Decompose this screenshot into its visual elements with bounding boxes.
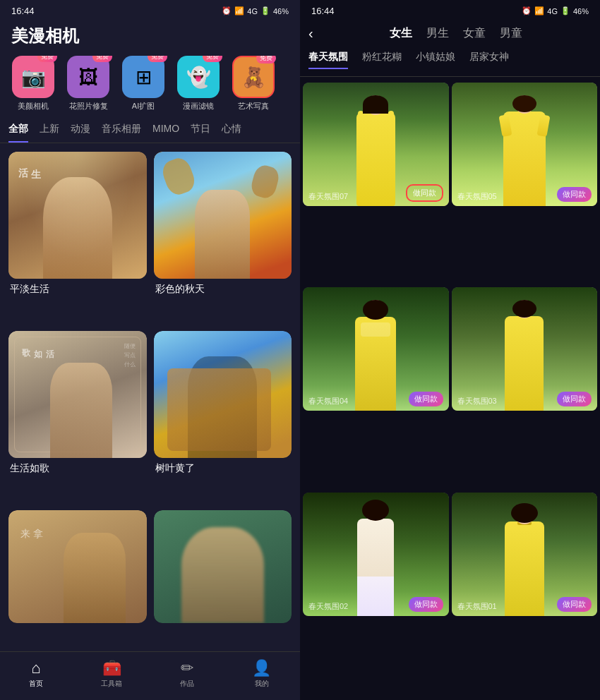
tab-all[interactable]: 全部 [8, 123, 28, 143]
right-alarm-icon: ⏰ [522, 6, 532, 16]
photo-card-01[interactable]: 春天氛围01 做同款 [452, 493, 598, 694]
card-bg-3: 活如歌 随便写点什么 [8, 331, 147, 458]
card-1-title: 平淡生活 [8, 283, 147, 296]
nav-home[interactable]: ⌂ 首页 [29, 659, 43, 689]
right-status-icons: ⏰ 📶 4G 🔋 46% [522, 6, 589, 16]
match-btn-04[interactable]: 做同款 [409, 392, 443, 406]
card-bg-1: 生活 [8, 152, 147, 279]
bottom-nav: ⌂ 首页 🧰 工具箱 ✏ 作品 👤 我的 [0, 651, 300, 700]
right-signal-icon: 📶 [534, 6, 544, 16]
card-plain-life[interactable]: 生活 平淡生活 [8, 152, 147, 324]
alarm-icon: ⏰ [222, 6, 232, 16]
card-4-title: 树叶黄了 [154, 462, 292, 475]
works-icon: ✏ [181, 659, 193, 677]
beauty-camera-label: 美颜相机 [18, 101, 49, 111]
style-tabs: 春天氛围 粉红花糊 小镇姑娘 居家女神 [300, 51, 600, 77]
photo-card-05[interactable]: 春天氛围05 做同款 [452, 83, 598, 284]
right-battery-icon: 🔋 [560, 6, 570, 16]
tab-girl-child[interactable]: 女童 [463, 23, 486, 44]
tab-holiday[interactable]: 节日 [191, 123, 210, 143]
left-panel: 16:44 ⏰ 📶 4G 🔋 46% 美漫相机 免费 📷 美颜相机 免费 🖼 花… [0, 0, 300, 700]
battery-level: 46% [273, 7, 289, 16]
style-home[interactable]: 居家女神 [469, 51, 509, 69]
match-btn-07[interactable]: 做同款 [406, 184, 443, 202]
card-2-title: 彩色的秋天 [154, 283, 292, 296]
photo-restore-label: 花照片修复 [69, 101, 108, 111]
category-tabs: 全部 上新 动漫 音乐相册 MIMO 节日 心情 [0, 123, 300, 143]
art-portrait-label: 艺术写真 [238, 101, 269, 111]
home-icon: ⌂ [31, 659, 40, 677]
photo-bg-07: 春天氛围07 做同款 [303, 83, 449, 206]
photo-label-05: 春天氛围05 [457, 191, 497, 202]
card-3-title: 生活如歌 [8, 462, 147, 475]
photo-grid: 春天氛围07 做同款 春天氛围05 做同款 [300, 77, 600, 700]
tab-boy-child[interactable]: 男童 [500, 23, 522, 44]
photo-bg-05: 春天氛围05 做同款 [452, 83, 598, 206]
ai-expand-icon: 免费 ⊞ [122, 56, 164, 98]
right-header: ‹ 女生 男生 女童 男童 [300, 19, 600, 51]
tab-mood[interactable]: 心情 [222, 123, 241, 143]
card-bg-2 [154, 152, 292, 279]
photo-bg-02: 春天氛围02 做同款 [303, 493, 449, 616]
style-spring[interactable]: 春天氛围 [308, 51, 348, 69]
photo-bg-01: 春天氛围01 做同款 [452, 493, 598, 616]
cartoon-label: 漫画滤镜 [183, 101, 214, 111]
right-battery-level: 46% [573, 7, 589, 16]
feature-beauty-camera[interactable]: 免费 📷 美颜相机 [8, 56, 58, 111]
photo-restore-icon: 免费 🖼 [67, 56, 109, 98]
card-colorful-autumn[interactable]: 彩色的秋天 [154, 152, 292, 324]
tab-female[interactable]: 女生 [390, 23, 412, 44]
card-bg-4 [154, 331, 292, 458]
nav-tools[interactable]: 🧰 工具箱 [101, 659, 122, 689]
free-badge-4: 免费 [203, 56, 222, 62]
app-title: 美漫相机 [11, 25, 289, 47]
match-btn-01[interactable]: 做同款 [557, 597, 592, 612]
free-badge-5: 免费 [256, 56, 276, 64]
style-town[interactable]: 小镇姑娘 [416, 51, 455, 69]
feature-photo-restore[interactable]: 免费 🖼 花照片修复 [64, 56, 113, 111]
photo-card-04[interactable]: 春天氛围04 做同款 [303, 287, 449, 489]
card-yellow-leaves[interactable]: 树叶黄了 [154, 331, 292, 503]
photo-card-03[interactable]: 春天氛围03 做同款 [452, 287, 598, 489]
card-partial-2[interactable] [154, 510, 292, 651]
photo-label-07: 春天氛围07 [308, 191, 348, 202]
photo-label-02: 春天氛围02 [308, 601, 348, 612]
right-time: 16:44 [311, 6, 335, 16]
nav-profile[interactable]: 👤 我的 [252, 659, 271, 689]
match-btn-03[interactable]: 做同款 [557, 392, 592, 406]
right-network-icon: 4G [547, 7, 558, 16]
free-badge: 免费 [37, 56, 57, 62]
tab-music[interactable]: 音乐相册 [102, 123, 141, 143]
cartoon-icon: 免费 👻 [177, 56, 220, 98]
nav-home-label: 首页 [29, 679, 43, 689]
photo-label-01: 春天氛围01 [457, 601, 497, 612]
tab-mimo[interactable]: MIMO [152, 123, 179, 143]
photo-card-07[interactable]: 春天氛围07 做同款 [303, 83, 449, 284]
right-status-bar: 16:44 ⏰ 📶 4G 🔋 46% [300, 0, 600, 19]
tools-icon: 🧰 [102, 659, 121, 677]
photo-card-02[interactable]: 春天氛围02 做同款 [303, 493, 449, 694]
art-portrait-icon: 免费 🧸 [232, 56, 275, 98]
card-bg-6 [154, 510, 292, 623]
tab-anime[interactable]: 动漫 [71, 123, 90, 143]
nav-works[interactable]: ✏ 作品 [180, 659, 194, 689]
back-button[interactable]: ‹ [308, 25, 313, 42]
card-life-song[interactable]: 活如歌 随便写点什么 生活如歌 [8, 331, 147, 503]
left-status-bar: 16:44 ⏰ 📶 4G 🔋 46% [0, 0, 300, 19]
feature-ai-expand[interactable]: 免费 ⊞ AI扩图 [119, 56, 168, 111]
photo-label-04: 春天氛围04 [308, 396, 348, 406]
left-status-icons: ⏰ 📶 4G 🔋 46% [222, 6, 289, 16]
gender-tabs: 女生 男生 女童 男童 [320, 23, 592, 44]
tab-male[interactable]: 男生 [426, 23, 449, 44]
network-icon: 4G [247, 7, 258, 16]
card-partial-1[interactable]: 拿来 [8, 510, 147, 651]
tab-new[interactable]: 上新 [40, 123, 59, 143]
feature-cartoon[interactable]: 免费 👻 漫画滤镜 [174, 56, 223, 111]
feature-art-portrait[interactable]: 免费 🧸 艺术写真 [229, 56, 278, 111]
match-btn-02[interactable]: 做同款 [409, 597, 443, 612]
ai-expand-label: AI扩图 [132, 101, 155, 111]
match-btn-05[interactable]: 做同款 [557, 187, 592, 202]
right-panel: 16:44 ⏰ 📶 4G 🔋 46% ‹ 女生 男生 女童 男童 春天氛围 粉红… [300, 0, 600, 700]
style-pink[interactable]: 粉红花糊 [362, 51, 402, 69]
signal-icon: 📶 [234, 6, 244, 16]
